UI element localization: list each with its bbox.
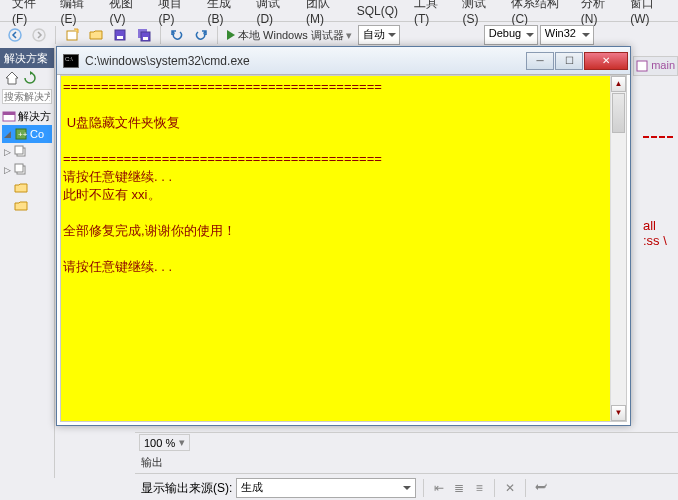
tree-row[interactable]: ▷ bbox=[2, 143, 52, 161]
cmd-line: 请按任意键继续. . . bbox=[63, 168, 624, 186]
svg-rect-9 bbox=[3, 112, 15, 115]
window-buttons: ─ ☐ ✕ bbox=[525, 52, 628, 70]
solution-explorer: 解决方案资 解决方 ◢ ++ Co ▷ ▷ bbox=[0, 48, 55, 478]
cmd-icon bbox=[63, 54, 79, 68]
expander-icon[interactable]: ▷ bbox=[2, 165, 12, 175]
cmd-line bbox=[63, 204, 624, 222]
cmd-line: U盘隐藏文件夹恢复 bbox=[63, 114, 624, 132]
cmd-line bbox=[63, 96, 624, 114]
cmd-line: 全部修复完成,谢谢你的使用！ bbox=[63, 222, 624, 240]
svg-rect-15 bbox=[15, 164, 23, 172]
cmd-window: C:\windows\system32\cmd.exe ─ ☐ ✕ ======… bbox=[56, 46, 631, 426]
redo-button[interactable] bbox=[190, 24, 212, 46]
cmd-line bbox=[63, 240, 624, 258]
svg-point-1 bbox=[33, 29, 45, 41]
menu-sql[interactable]: SQL(Q) bbox=[349, 2, 406, 20]
output-toolbar: 显示输出来源(S): 生成 ⇤ ≣ ≡ ✕ ⮨ bbox=[135, 474, 678, 500]
solution-toolbar bbox=[0, 68, 54, 88]
output-title: 输出 bbox=[135, 452, 678, 474]
separator bbox=[55, 26, 56, 44]
references-icon bbox=[14, 163, 28, 177]
cmd-line: 此时不应有 xxi。 bbox=[63, 186, 624, 204]
folder-icon bbox=[14, 199, 28, 213]
config-combo[interactable]: Debug bbox=[484, 25, 538, 45]
tree-row[interactable]: ▷ bbox=[2, 161, 52, 179]
save-all-button[interactable] bbox=[133, 24, 155, 46]
maximize-button[interactable]: ☐ bbox=[555, 52, 583, 70]
output-source-label: 显示输出来源(S): bbox=[141, 480, 232, 497]
separator bbox=[494, 479, 495, 497]
cmd-title-text: C:\windows\system32\cmd.exe bbox=[85, 54, 525, 68]
menu-test[interactable]: 测试(S) bbox=[454, 0, 503, 28]
zoom-combo[interactable]: 100 %▾ bbox=[139, 434, 190, 451]
minimize-button[interactable]: ─ bbox=[526, 52, 554, 70]
menu-team[interactable]: 团队(M) bbox=[298, 0, 349, 28]
separator bbox=[217, 26, 218, 44]
scroll-thumb[interactable] bbox=[612, 93, 625, 133]
separator bbox=[423, 479, 424, 497]
close-button[interactable]: ✕ bbox=[584, 52, 628, 70]
open-button[interactable] bbox=[85, 24, 107, 46]
solution-label: 解决方 bbox=[18, 109, 51, 124]
references-icon bbox=[14, 145, 28, 159]
new-project-button[interactable] bbox=[61, 24, 83, 46]
tree-row[interactable] bbox=[2, 197, 52, 215]
svg-rect-2 bbox=[67, 31, 77, 40]
solution-search-input[interactable] bbox=[2, 89, 52, 104]
svg-rect-7 bbox=[143, 37, 148, 40]
prev-icon[interactable]: ≡ bbox=[471, 480, 487, 496]
tree-row[interactable] bbox=[2, 179, 52, 197]
cmd-scrollbar[interactable]: ▲ ▼ bbox=[610, 76, 626, 421]
svg-point-0 bbox=[9, 29, 21, 41]
output-panel: 100 %▾ 输出 显示输出来源(S): 生成 ⇤ ≣ ≡ ✕ ⮨ bbox=[135, 432, 678, 500]
menu-debug[interactable]: 调试(D) bbox=[248, 0, 298, 28]
cmd-line: ========================================… bbox=[63, 150, 624, 168]
cmd-line: ========================================… bbox=[63, 78, 624, 96]
nav-fwd-button[interactable] bbox=[28, 24, 50, 46]
undo-button[interactable] bbox=[166, 24, 188, 46]
clear-icon[interactable]: ✕ bbox=[502, 480, 518, 496]
cmd-line bbox=[63, 132, 624, 150]
auto-combo[interactable]: 自动 bbox=[358, 25, 400, 45]
menu-tools[interactable]: 工具(T) bbox=[406, 0, 454, 28]
solution-tree: 解决方 ◢ ++ Co ▷ ▷ bbox=[0, 105, 54, 217]
nav-back-button[interactable] bbox=[4, 24, 26, 46]
solution-node[interactable]: 解决方 bbox=[2, 107, 52, 125]
platform-combo[interactable]: Win32 bbox=[540, 25, 594, 45]
svg-rect-13 bbox=[15, 146, 23, 154]
project-node[interactable]: ◢ ++ Co bbox=[2, 125, 52, 143]
find-icon[interactable]: ⇤ bbox=[431, 480, 447, 496]
start-debug-button[interactable]: 本地 Windows 调试器 ▾ bbox=[223, 28, 356, 43]
menu-window[interactable]: 窗口(W) bbox=[622, 0, 674, 28]
cmd-line: 请按任意键继续. . . bbox=[63, 258, 624, 276]
play-icon bbox=[227, 30, 235, 40]
refresh-icon[interactable] bbox=[22, 70, 38, 86]
cmd-titlebar[interactable]: C:\windows\system32\cmd.exe ─ ☐ ✕ bbox=[57, 47, 630, 75]
scroll-down-button[interactable]: ▼ bbox=[611, 405, 626, 421]
project-label: Co bbox=[30, 128, 44, 140]
menu-arch[interactable]: 体系结构(C) bbox=[503, 0, 572, 28]
folder-icon bbox=[14, 181, 28, 195]
project-icon: ++ bbox=[14, 127, 28, 141]
menu-analyze[interactable]: 分析(N) bbox=[573, 0, 623, 28]
svg-text:++: ++ bbox=[18, 130, 28, 139]
editor-visible-text: all :ss \ bbox=[643, 48, 678, 248]
debugger-label: 本地 Windows 调试器 bbox=[238, 28, 344, 43]
home-icon[interactable] bbox=[4, 70, 20, 86]
save-button[interactable] bbox=[109, 24, 131, 46]
expander-icon[interactable]: ◢ bbox=[2, 129, 12, 139]
solution-explorer-title: 解决方案资 bbox=[0, 48, 54, 68]
output-source-combo[interactable]: 生成 bbox=[236, 478, 416, 498]
expander-icon[interactable]: ▷ bbox=[2, 147, 12, 157]
solution-icon bbox=[2, 109, 16, 123]
goto-icon[interactable]: ≣ bbox=[451, 480, 467, 496]
scroll-up-button[interactable]: ▲ bbox=[611, 76, 626, 92]
separator bbox=[160, 26, 161, 44]
wrap-icon[interactable]: ⮨ bbox=[533, 480, 549, 496]
separator bbox=[525, 479, 526, 497]
svg-rect-4 bbox=[117, 36, 123, 39]
menu-bar: 文件(F) 编辑(E) 视图(V) 项目(P) 生成(B) 调试(D) 团队(M… bbox=[0, 0, 678, 22]
cmd-output: ========================================… bbox=[60, 75, 627, 422]
